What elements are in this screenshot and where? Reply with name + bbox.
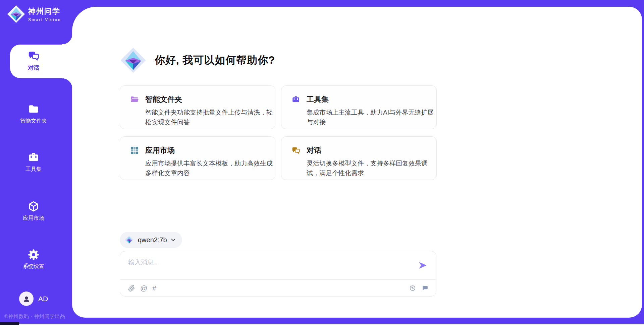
attach-file-button[interactable] bbox=[128, 285, 135, 292]
message-input[interactable] bbox=[128, 258, 410, 275]
model-name: qwen2:7b bbox=[138, 236, 167, 244]
brand-name: 神州问学 bbox=[28, 6, 61, 16]
chat-bubble-icon bbox=[421, 284, 429, 292]
cube-icon bbox=[28, 200, 40, 212]
card-title: 应用市场 bbox=[145, 145, 175, 155]
user-profile[interactable]: AD bbox=[19, 291, 48, 306]
greeting-text: 你好, 我可以如何帮助你? bbox=[155, 53, 275, 67]
hash-icon: # bbox=[152, 284, 156, 292]
tab-fillet-bottom bbox=[62, 78, 72, 88]
briefcase-icon bbox=[28, 151, 40, 164]
sidebar-item-label: 智能文件夹 bbox=[20, 118, 47, 125]
composer-right-tools bbox=[404, 284, 429, 292]
horizontal-scrollbar-thumb[interactable] bbox=[0, 322, 19, 325]
model-logo-icon bbox=[124, 235, 134, 245]
history-icon bbox=[409, 284, 416, 292]
horizontal-scrollbar-track[interactable] bbox=[0, 324, 644, 325]
send-icon[interactable] bbox=[418, 261, 427, 270]
sidebar-item-label: 对话 bbox=[28, 64, 39, 72]
sidebar-item-toolset[interactable]: 工具集 bbox=[0, 143, 67, 173]
card-description: 应用市场提供丰富长文本模板，助力高效生成多样化文章内容 bbox=[145, 158, 278, 178]
chat-bubbles-icon bbox=[28, 50, 40, 62]
card-chat[interactable]: 对话 灵活切换多模型文件，支持多样回复效果调试，满足个性化需求 bbox=[281, 136, 437, 180]
brand: 神州问学 Smart Vision bbox=[7, 5, 61, 23]
folder-icon bbox=[28, 103, 40, 115]
person-icon bbox=[22, 295, 31, 303]
card-title: 对话 bbox=[307, 145, 321, 155]
chat-bubbles-icon bbox=[291, 146, 300, 155]
copyright: ©神州数码 · 神州问学出品 bbox=[4, 313, 65, 320]
chevron-down-icon bbox=[171, 239, 175, 242]
card-title: 工具集 bbox=[307, 94, 329, 105]
composer: @ # bbox=[120, 251, 436, 297]
card-title: 智能文件夹 bbox=[145, 94, 182, 105]
gear-icon bbox=[28, 249, 40, 261]
sidebar: 神州问学 Smart Vision 对话 智能文件夹 工具集 bbox=[0, 0, 72, 325]
model-selector[interactable]: qwen2:7b bbox=[120, 232, 182, 248]
composer-left-tools: @ # bbox=[128, 284, 161, 292]
tab-fillet-top bbox=[62, 34, 72, 45]
user-initials: AD bbox=[38, 295, 48, 303]
sidebar-item-smart-folder[interactable]: 智能文件夹 bbox=[0, 95, 67, 125]
card-app-market[interactable]: 应用市场 应用市场提供丰富长文本模板，助力高效生成多样化文章内容 bbox=[120, 136, 275, 180]
sidebar-item-label: 系统设置 bbox=[23, 263, 44, 270]
at-icon: @ bbox=[140, 284, 147, 292]
sidebar-item-settings[interactable]: 系统设置 bbox=[0, 241, 67, 270]
feature-cards: 智能文件夹 智能文件夹功能支持批量文件上传与清洗，轻松实现文件问答 工具集 集成… bbox=[120, 85, 437, 180]
card-toolset[interactable]: 工具集 集成市场上主流工具，助力AI与外界无缝扩展与对接 bbox=[281, 85, 437, 129]
history-button[interactable] bbox=[409, 284, 416, 292]
card-description: 灵活切换多模型文件，支持多样回复效果调试，满足个性化需求 bbox=[307, 158, 439, 178]
mention-button[interactable]: @ bbox=[140, 284, 147, 292]
card-smart-folder[interactable]: 智能文件夹 智能文件夹功能支持批量文件上传与清洗，轻松实现文件问答 bbox=[120, 85, 275, 129]
greeting: 你好, 我可以如何帮助你? bbox=[120, 47, 275, 74]
sidebar-item-chat[interactable]: 对话 bbox=[10, 45, 72, 78]
briefcase-icon bbox=[291, 95, 300, 104]
folder-open-icon bbox=[130, 95, 139, 104]
card-description: 智能文件夹功能支持批量文件上传与清洗，轻松实现文件问答 bbox=[145, 108, 278, 127]
brand-subtitle: Smart Vision bbox=[28, 17, 61, 22]
sidebar-item-label: 应用市场 bbox=[23, 215, 44, 222]
paperclip-icon bbox=[128, 285, 135, 292]
sidebar-item-app-market[interactable]: 应用市场 bbox=[0, 192, 67, 222]
brand-logo-icon bbox=[7, 5, 25, 23]
app-grid-icon bbox=[130, 146, 139, 155]
avatar bbox=[19, 291, 34, 306]
assistant-logo-icon bbox=[120, 47, 147, 74]
topic-button[interactable]: # bbox=[152, 284, 156, 292]
sidebar-item-label: 工具集 bbox=[25, 166, 42, 173]
card-description: 集成市场上主流工具，助力AI与外界无缝扩展与对接 bbox=[307, 108, 439, 127]
new-chat-button[interactable] bbox=[421, 284, 429, 292]
